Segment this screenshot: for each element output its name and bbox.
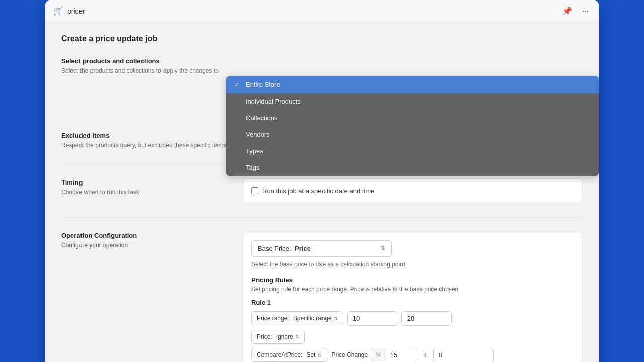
operation-desc: Configure your operation	[61, 241, 230, 250]
divider-2	[61, 217, 583, 218]
dropdown-item-label: Types	[246, 147, 263, 155]
base-price-hint: Select the base price to use as a calcul…	[251, 261, 574, 268]
operation-label: Operation Configuration	[61, 232, 230, 239]
timing-card: Run this job at a specific date and time	[243, 178, 583, 203]
dropdown-item-entire-store[interactable]: ✓ Entire Store	[226, 76, 599, 93]
pct-input[interactable]	[386, 348, 417, 362]
timing-label: Timing	[61, 178, 230, 186]
price-range-label: Price range:	[257, 315, 289, 322]
price-arrows-icon: ⇅	[295, 334, 299, 339]
compare-arrows-icon: ⇅	[317, 352, 321, 358]
products-dropdown[interactable]: ✓ Entire Store Individual Products Colle…	[226, 76, 599, 176]
rule-title: Rule 1	[251, 299, 574, 306]
pct-prefix: %	[372, 348, 386, 361]
pricing-rules-title: Pricing Rules	[251, 276, 574, 284]
operation-card: Base Price: Price ⇅ Select the base pric…	[243, 232, 583, 362]
dropdown-item-label: Collections	[246, 114, 278, 122]
products-desc: Select the products and collections to a…	[61, 67, 230, 75]
page-title: Create a price update job	[61, 34, 583, 43]
timing-checkbox-row: Run this job at a specific date and time	[251, 187, 574, 195]
titlebar-left: 🛒 pricer	[53, 6, 85, 16]
dropdown-item-vendors[interactable]: Vendors	[226, 126, 599, 143]
dropdown-item-label: Vendors	[246, 131, 270, 138]
price-change-label: Price Change	[331, 351, 368, 358]
dropdown-item-tags[interactable]: Tags	[226, 159, 599, 176]
operation-section-left: Operation Configuration Configure your o…	[61, 232, 243, 362]
compare-value: Set	[306, 351, 315, 358]
base-price-select-label: Base Price: Price	[258, 245, 311, 252]
plus-sign: +	[421, 351, 429, 359]
products-section-left: Select products and collections Select t…	[61, 57, 243, 118]
app-window: 🛒 pricer 📌 ··· Create a price update job…	[45, 0, 599, 362]
titlebar-right: 📌 ···	[560, 5, 591, 17]
excluded-desc: Respect the products query, but excluded…	[61, 141, 230, 150]
timing-section: Timing Choose when to run this task Run …	[61, 178, 583, 203]
base-price-select[interactable]: Base Price: Price ⇅	[251, 240, 392, 257]
dropdown-item-collections[interactable]: Collections	[226, 110, 599, 126]
pin-button[interactable]: 📌	[560, 5, 574, 17]
price-value: Ignore	[276, 333, 293, 340]
dropdown-item-label: Entire Store	[246, 81, 280, 88]
titlebar: 🛒 pricer 📌 ···	[45, 0, 599, 22]
dropdown-item-label: Individual Products	[246, 98, 301, 105]
rule-row-3: CompareAtPrice: Set ⇅ Price Change % +	[251, 348, 574, 362]
price-label: Price:	[257, 333, 272, 340]
check-icon: ✓	[234, 81, 242, 88]
more-button[interactable]: ···	[580, 6, 591, 17]
rule-row-1: Price range: Specific range ⇅	[251, 311, 574, 326]
base-price-arrows-icon: ⇅	[380, 245, 385, 252]
pct-input-wrap: %	[372, 348, 417, 362]
price-range-value: Specific range	[293, 315, 332, 322]
add-value-input[interactable]	[433, 348, 494, 362]
dropdown-item-individual-products[interactable]: Individual Products	[226, 93, 599, 110]
price-range-arrows-icon: ⇅	[334, 316, 338, 321]
dropdown-item-types[interactable]: Types	[226, 143, 599, 159]
main-content: Create a price update job Select product…	[45, 22, 599, 362]
timing-checkbox-label[interactable]: Run this job at a specific date and time	[262, 187, 374, 195]
excluded-label: Excluded items	[61, 132, 230, 139]
timing-checkbox[interactable]	[251, 187, 258, 194]
price-select[interactable]: Price: Ignore ⇅	[251, 330, 305, 344]
compare-label: CompareAtPrice:	[257, 351, 302, 358]
pricing-rules-desc: Set pricing rule for each price range. P…	[251, 286, 574, 293]
compare-at-price-select[interactable]: CompareAtPrice: Set ⇅	[251, 348, 327, 362]
range-from-input[interactable]	[347, 311, 397, 326]
timing-desc: Choose when to run this task	[61, 188, 230, 197]
timing-section-right: Run this job at a specific date and time	[243, 178, 583, 203]
rule-row-2: Price: Ignore ⇅	[251, 330, 574, 344]
excluded-section-left: Excluded items Respect the products quer…	[61, 132, 243, 150]
dropdown-item-label: Tags	[246, 164, 259, 171]
app-title: pricer	[67, 7, 85, 15]
timing-section-left: Timing Choose when to run this task	[61, 178, 243, 203]
products-label: Select products and collections	[61, 57, 230, 65]
operation-section-right: Base Price: Price ⇅ Select the base pric…	[243, 232, 583, 362]
range-to-input[interactable]	[401, 311, 452, 326]
cart-icon: 🛒	[53, 6, 63, 16]
operation-section: Operation Configuration Configure your o…	[61, 232, 583, 362]
price-range-select[interactable]: Price range: Specific range ⇅	[251, 311, 343, 325]
